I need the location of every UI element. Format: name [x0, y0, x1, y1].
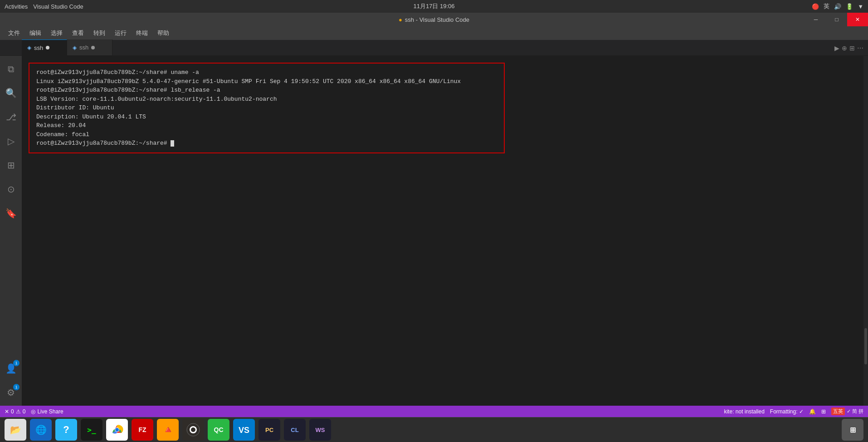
activity-settings[interactable]: ⚙ 1 — [0, 382, 22, 403]
activity-source-control[interactable]: ⎇ — [0, 106, 22, 128]
formatting-label: Formatting: ✓ — [770, 408, 804, 415]
taskbar-vlc[interactable]: 🔺 — [157, 419, 179, 441]
scrollbar-thumb[interactable] — [864, 328, 867, 364]
taskbar-filezilla[interactable]: FZ — [132, 419, 153, 441]
menu-edit[interactable]: 编辑 — [26, 27, 45, 39]
editor-area: root@iZwz913vjju8a78ucb789bZ:~/share# un… — [22, 56, 868, 406]
svg-text:VS: VS — [239, 426, 249, 435]
activity-run-debug[interactable]: ▷ — [0, 130, 22, 152]
minimize-button[interactable]: ─ — [805, 13, 826, 26]
vertical-scrollbar[interactable] — [863, 56, 868, 406]
menu-help[interactable]: 帮助 — [154, 27, 173, 39]
tab-ssh-1[interactable]: ◈ ssh — [22, 39, 67, 55]
error-icon: ✕ — [5, 408, 9, 415]
clion-icon: CL — [291, 427, 298, 433]
taskbar-help[interactable]: ? — [55, 419, 77, 441]
taskbar-terminal[interactable]: >_ — [81, 419, 102, 441]
taskbar-app-grid[interactable]: ⊞ — [842, 419, 863, 441]
tab-bar: ◈ ssh ◈ ssh ▶ ⊕ ⊞ ⋯ — [0, 40, 868, 56]
notification-bell-icon: 🔔 — [809, 408, 816, 415]
taskbar-clion[interactable]: CL — [284, 419, 306, 441]
tab-icon-1: ◈ — [27, 44, 31, 51]
tab-modified-1 — [46, 46, 49, 49]
menu-terminal[interactable]: 终端 — [132, 27, 151, 39]
taskbar-vscode[interactable]: VS — [233, 419, 255, 441]
taskbar-browser[interactable]: 🌐 — [30, 419, 52, 441]
warning-count: 0 — [23, 408, 26, 415]
status-bar: ✕ 0 ⚠ 0 ◎ Live Share kite: not installed… — [0, 406, 868, 417]
terminal-line-5: Distributor ID: Ubuntu — [36, 103, 497, 113]
activities-label[interactable]: Activities — [5, 3, 28, 10]
chevron-down-icon[interactable]: ▼ — [858, 3, 863, 10]
activity-accounts[interactable]: 👤 1 — [0, 358, 22, 379]
terminal-line-8: Codename: focal — [36, 130, 497, 139]
taskbar-pycharm[interactable]: PC — [258, 419, 280, 441]
activity-extensions[interactable]: ⊞ — [0, 154, 22, 176]
app-grid-icon: ⊞ — [850, 426, 856, 434]
tab-label-1: ssh — [34, 44, 43, 51]
taskbar-qc[interactable]: QC — [208, 419, 229, 441]
error-count: 0 — [11, 408, 14, 415]
tab-bar-controls: ▶ ⊕ ⊞ ⋯ — [834, 40, 868, 56]
terminal-icon: >_ — [87, 426, 96, 434]
svg-point-2 — [115, 428, 119, 432]
lang-indicator[interactable]: 英 — [824, 2, 829, 10]
webstorm-icon: WS — [316, 427, 325, 433]
app-name[interactable]: Visual Studio Code — [33, 3, 83, 10]
menu-select[interactable]: 选择 — [47, 27, 66, 39]
terminal-line-2: Linux iZwz913vjju8a78ucb789bZ 5.4.0-47-g… — [36, 77, 497, 86]
status-formatting[interactable]: Formatting: ✓ — [770, 408, 804, 415]
taskbar-files[interactable]: 📂 — [5, 419, 26, 441]
tab-icon-2: ◈ — [73, 44, 77, 51]
terminal-content[interactable]: root@iZwz913vjju8a78ucb789bZ:~/share# un… — [29, 63, 505, 153]
maximize-button[interactable]: □ — [826, 13, 847, 26]
tab-modified-2 — [91, 46, 95, 49]
status-kite[interactable]: kite: not installed — [724, 408, 764, 415]
taskbar-chrome[interactable] — [106, 419, 128, 441]
menu-bar: 文件 编辑 选择 查看 转到 运行 终端 帮助 — [0, 26, 868, 40]
activity-bookmarks[interactable]: 🔖 — [0, 202, 22, 224]
files-icon: 📂 — [10, 424, 21, 435]
menu-goto[interactable]: 转到 — [90, 27, 109, 39]
status-live-share[interactable]: ◎ Live Share — [31, 408, 63, 415]
status-layout-icon[interactable]: ⊞ — [821, 408, 826, 415]
audio-icon[interactable]: 🔊 — [834, 3, 841, 10]
terminal-line-3: root@iZwz913vjju8a78ucb789bZ:~/share# ls… — [36, 86, 497, 95]
split-button[interactable]: ⊕ — [842, 44, 847, 52]
kite-label: kite: not installed — [724, 408, 764, 415]
activity-search[interactable]: 🔍 — [0, 82, 22, 104]
activity-github[interactable]: ⊙ — [0, 178, 22, 200]
pycharm-icon: PC — [265, 427, 273, 433]
input-method-label: 五英 — [831, 408, 845, 415]
taskbar-webstorm[interactable]: WS — [309, 419, 331, 441]
menu-file[interactable]: 文件 — [5, 27, 24, 39]
status-errors[interactable]: ✕ 0 ⚠ 0 — [5, 408, 25, 415]
menu-run[interactable]: 运行 — [111, 27, 130, 39]
taskbar-obs[interactable] — [182, 419, 204, 441]
system-bar-right: 🔴 英 🔊 🔋 ▼ — [812, 2, 863, 10]
status-icons[interactable]: 🔔 — [809, 408, 816, 415]
tab-label-2: ssh — [79, 44, 88, 51]
activity-explorer[interactable]: ⧉ — [0, 58, 22, 80]
status-input-method[interactable]: 五英 ✓ 简 拼 — [831, 408, 863, 415]
notification-icon[interactable]: 🔴 — [812, 3, 819, 10]
layout-button[interactable]: ⊞ — [849, 44, 855, 52]
run-button[interactable]: ▶ — [834, 44, 839, 52]
more-button[interactable]: ⋯ — [857, 44, 863, 52]
live-share-label: Live Share — [37, 408, 63, 415]
title-text: ssh - Visual Studio Code — [405, 16, 469, 23]
status-bar-left: ✕ 0 ⚠ 0 ◎ Live Share — [5, 408, 63, 415]
live-share-icon: ◎ — [31, 408, 35, 415]
settings-badge: 1 — [13, 384, 20, 390]
chrome-icon — [110, 423, 124, 437]
warning-icon: ⚠ — [16, 408, 21, 415]
vlc-icon: 🔺 — [162, 424, 174, 436]
layout-icon: ⊞ — [821, 408, 826, 415]
battery-icon[interactable]: 🔋 — [846, 3, 853, 10]
tab-ssh-2[interactable]: ◈ ssh — [67, 39, 112, 55]
taskbar: 📂 🌐 ? >_ FZ 🔺 — [0, 417, 868, 442]
menu-view[interactable]: 查看 — [68, 27, 88, 39]
terminal-line-7: Release: 20.04 — [36, 121, 497, 130]
close-button[interactable]: ✕ — [847, 13, 868, 26]
system-bar: Activities Visual Studio Code 11月17日 19:… — [0, 0, 868, 13]
